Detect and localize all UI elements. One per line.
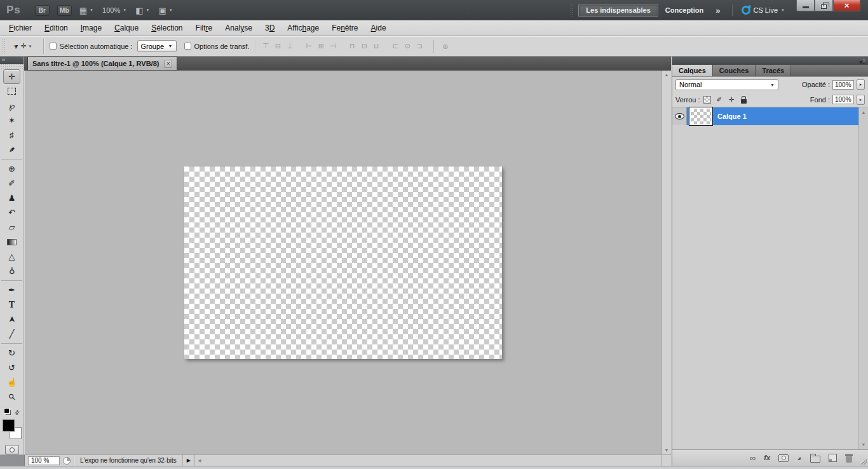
screen-mode-button[interactable]: ▣ ▼: [158, 6, 172, 15]
menu-analyse[interactable]: Analyse: [219, 24, 259, 32]
launch-bridge-button[interactable]: Br: [35, 5, 50, 16]
tool-type[interactable]: T: [3, 297, 20, 312]
auto-select-checkbox[interactable]: [50, 43, 57, 50]
align-left-edges[interactable]: ⊢: [304, 42, 313, 50]
blend-mode-dropdown[interactable]: Normal ▼: [675, 79, 778, 90]
foreground-color-swatch[interactable]: [3, 419, 15, 432]
distribute-bottom-edges[interactable]: ⊔: [372, 42, 381, 50]
opacity-slider-button[interactable]: ▸: [857, 79, 865, 90]
canvas[interactable]: [184, 167, 502, 359]
tool-history-brush[interactable]: ↶: [3, 205, 20, 220]
menu-selection[interactable]: Sélection: [145, 24, 189, 32]
align-horizontal-centers[interactable]: ⊞: [316, 42, 325, 50]
layer-list-scrollbar[interactable]: ▲ ▼: [858, 107, 868, 449]
cs-live-button[interactable]: ✱ CS Live ▼: [742, 6, 785, 15]
menu-calque[interactable]: Calque: [108, 24, 145, 32]
restore-button[interactable]: [815, 0, 833, 11]
delete-layer-icon[interactable]: [845, 454, 853, 463]
swap-colors-icon[interactable]: ⇄: [13, 409, 20, 416]
add-layer-mask-icon[interactable]: [778, 454, 789, 462]
new-layer-icon[interactable]: [829, 454, 837, 462]
tool-eraser[interactable]: ▱: [3, 220, 20, 234]
align-vertical-centers[interactable]: ⊟: [273, 42, 282, 50]
align-right-edges[interactable]: ⊣: [329, 42, 337, 50]
close-button[interactable]: ×: [833, 0, 860, 11]
menu-edition[interactable]: Edition: [38, 24, 74, 32]
tool-blur[interactable]: △: [3, 249, 20, 264]
auto-align-layers[interactable]: ⊛: [433, 40, 450, 53]
opacity-field[interactable]: 100%: [832, 80, 854, 90]
align-top-edges[interactable]: ⊤: [261, 42, 270, 50]
default-colors-icon[interactable]: [6, 410, 11, 415]
distribute-horizontal-centers[interactable]: ⊙: [403, 42, 412, 50]
tool-rect-marquee[interactable]: [3, 84, 20, 99]
menu-fenetre[interactable]: Fenêtre: [325, 24, 364, 32]
workspace-les-indispensables[interactable]: Les indispensables: [578, 4, 658, 17]
adjustment-layer-icon[interactable]: ◑: [795, 453, 804, 463]
tool-line[interactable]: ╱: [3, 327, 20, 341]
resize-grip[interactable]: [860, 458, 867, 465]
tool-path-selection[interactable]: ➤: [3, 312, 20, 327]
launch-mini-bridge-button[interactable]: Mb: [57, 5, 72, 16]
layer-visibility-toggle[interactable]: [672, 107, 687, 125]
zoom-field[interactable]: 100 %: [28, 456, 60, 465]
fill-slider-button[interactable]: ▸: [857, 95, 865, 105]
align-bottom-edges[interactable]: ⊥: [285, 42, 294, 50]
scroll-down-icon[interactable]: ▼: [859, 442, 868, 447]
scroll-up-icon[interactable]: ▲: [859, 110, 868, 114]
zoom-level-button[interactable]: 100% ▼: [102, 6, 126, 14]
menu-aide[interactable]: Aide: [365, 24, 393, 32]
lock-all-button[interactable]: [739, 95, 749, 104]
tool-dodge[interactable]: ⚲: [3, 264, 20, 278]
workspace-conception[interactable]: Conception: [658, 4, 711, 17]
document-tab-close-icon[interactable]: ×: [164, 60, 172, 68]
layer-style-icon[interactable]: fx: [764, 454, 770, 461]
tool-brush[interactable]: ✐: [3, 176, 20, 191]
status-menu-arrow[interactable]: ▶: [182, 455, 195, 466]
dock-collapse-button[interactable]: »: [672, 57, 868, 65]
view-extras-button[interactable]: ▦ ▼: [79, 6, 93, 15]
tool-move[interactable]: ✛: [3, 69, 20, 84]
tab-traces[interactable]: Tracés: [756, 65, 791, 76]
tool-eyedropper[interactable]: ✒: [3, 142, 20, 157]
tool-pen[interactable]: ✒: [3, 283, 20, 297]
lock-paint-button[interactable]: ✐: [715, 95, 724, 104]
quick-mask-button[interactable]: [5, 445, 19, 454]
tool-healing-brush[interactable]: ⊕: [3, 161, 20, 176]
show-transform-checkbox[interactable]: [184, 43, 191, 50]
panel-menu-icon[interactable]: ▾≡: [859, 58, 865, 65]
layer-row[interactable]: Calque 1: [672, 107, 858, 125]
tool-lasso[interactable]: ℘: [3, 99, 20, 113]
new-group-icon[interactable]: [810, 456, 820, 463]
menu-3d[interactable]: 3D: [259, 24, 281, 32]
tool-hand[interactable]: ☝: [3, 375, 20, 390]
lock-transparency-button[interactable]: [703, 95, 712, 104]
layer-thumbnail[interactable]: [691, 109, 711, 124]
menu-affichage[interactable]: Affichage: [281, 24, 325, 32]
tool-quick-selection[interactable]: ✶: [3, 113, 20, 128]
tool-3d-rotate[interactable]: ↻: [3, 346, 20, 360]
scroll-down-icon[interactable]: ▼: [662, 448, 671, 452]
horizontal-scrollbar[interactable]: ◀ ▶: [195, 455, 671, 466]
distribute-right-edges[interactable]: ⊐: [415, 42, 424, 50]
scroll-up-icon[interactable]: ▲: [662, 72, 671, 77]
scroll-left-icon[interactable]: ◀: [198, 458, 201, 463]
tool-gradient[interactable]: [3, 234, 20, 249]
auto-select-target-dropdown[interactable]: Groupe ▼: [137, 40, 177, 52]
minimize-button[interactable]: [796, 0, 815, 11]
workspace-overflow-button[interactable]: »: [715, 6, 720, 15]
distribute-vertical-centers[interactable]: ⊡: [360, 42, 369, 50]
tab-couches[interactable]: Couches: [713, 65, 756, 76]
distribute-top-edges[interactable]: ⊓: [348, 42, 356, 50]
lock-position-button[interactable]: ✛: [727, 95, 736, 104]
menu-fichier[interactable]: Fichier: [3, 24, 38, 32]
titlebar-grip[interactable]: [570, 4, 573, 17]
options-bar-grip[interactable]: [2, 39, 6, 54]
vertical-scrollbar[interactable]: ▲ ▼: [661, 71, 671, 454]
tab-calques[interactable]: Calques: [672, 65, 713, 76]
arrange-documents-button[interactable]: ◧ ▼: [135, 6, 149, 15]
tool-crop[interactable]: ♯: [3, 128, 20, 142]
tool-zoom[interactable]: ⚲: [3, 390, 20, 404]
fill-field[interactable]: 100%: [832, 95, 854, 104]
link-layers-icon[interactable]: ∞: [750, 454, 756, 462]
